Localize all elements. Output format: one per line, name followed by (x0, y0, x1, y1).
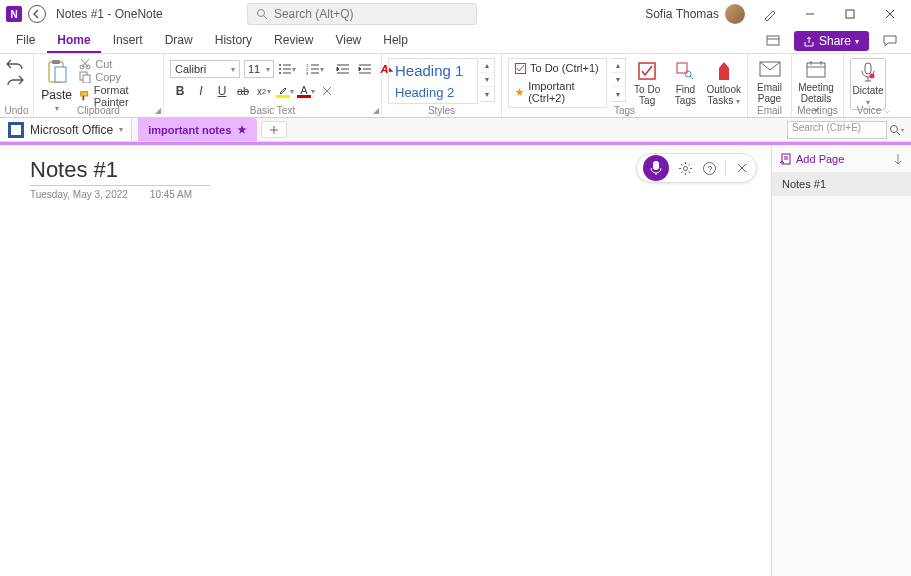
onenote-app-icon: N (6, 6, 22, 22)
basic-text-dialog-launcher[interactable]: ◢ (373, 106, 379, 115)
user-name: Sofia Thomas (645, 7, 719, 21)
highlight-button[interactable]: ▾ (275, 82, 295, 100)
global-search[interactable]: Search (Alt+Q) (247, 3, 477, 25)
share-label: Share (819, 34, 851, 48)
dictation-mic-button[interactable] (643, 155, 669, 181)
clipboard-dialog-launcher[interactable]: ◢ (155, 106, 161, 115)
section-tab[interactable]: important notes (138, 118, 257, 141)
dictate-label: Dictate (852, 85, 883, 96)
email-icon (759, 61, 781, 77)
bold-button[interactable]: B (170, 82, 190, 100)
svg-rect-23 (865, 63, 871, 74)
bullets-button[interactable]: ▾ (278, 63, 302, 75)
indent-button[interactable] (356, 60, 374, 78)
tab-history[interactable]: History (205, 29, 262, 53)
window-minimize[interactable] (795, 4, 825, 24)
font-color-button[interactable]: A▾ (296, 82, 316, 100)
redo-button[interactable] (6, 74, 24, 88)
window-title: Notes #1 - OneNote (56, 7, 163, 21)
account-control[interactable]: Sofia Thomas (645, 4, 745, 24)
dictation-help-button[interactable]: ? (701, 162, 717, 175)
window-maximize[interactable] (835, 4, 865, 24)
strikethrough-button[interactable]: ab (233, 82, 253, 100)
note-canvas[interactable]: Notes #1 Tuesday, May 3, 2022 10:45 AM ? (0, 145, 771, 576)
share-button[interactable]: Share ▾ (794, 31, 869, 51)
style-heading1[interactable]: Heading 1 (389, 59, 477, 82)
email-page-button[interactable]: Email Page (754, 56, 785, 104)
group-label-clipboard: Clipboard (34, 105, 163, 116)
email-page-label: Email Page (754, 82, 785, 104)
add-page-button[interactable]: Add Page (780, 153, 844, 165)
group-label-tags: Tags (502, 105, 747, 116)
font-size-select[interactable]: 11▾ (244, 60, 274, 78)
styles-expand[interactable]: ▾ (480, 87, 494, 101)
group-label-styles: Styles (382, 105, 501, 116)
cut-button[interactable]: Cut (79, 58, 157, 70)
checkbox-icon (515, 63, 526, 74)
tab-view[interactable]: View (325, 29, 371, 53)
dictation-close-button[interactable] (734, 163, 750, 173)
find-tags-button[interactable]: Find Tags (668, 58, 702, 106)
format-painter-icon (79, 90, 89, 102)
tab-draw[interactable]: Draw (155, 29, 203, 53)
section-search-button[interactable]: ▾ (887, 121, 905, 139)
numbering-button[interactable]: 123▾ (306, 63, 330, 75)
tab-home[interactable]: Home (47, 29, 100, 53)
tab-insert[interactable]: Insert (103, 29, 153, 53)
tags-expand[interactable]: ▾ (611, 87, 625, 101)
outdent-icon (336, 63, 350, 75)
styles-scroll-down[interactable]: ▾ (480, 73, 494, 87)
copy-label: Copy (95, 71, 121, 83)
clear-formatting-button[interactable] (317, 82, 337, 100)
tag-important[interactable]: Important (Ctrl+2) (509, 77, 606, 107)
page-list-item[interactable]: Notes #1 (772, 173, 911, 196)
ribbon-display-options[interactable] (758, 31, 788, 51)
draw-toggle-icon[interactable] (755, 4, 785, 24)
font-name-select[interactable]: Calibri▾ (170, 60, 240, 78)
ribbon-tabs: File Home Insert Draw History Review Vie… (0, 28, 911, 54)
copy-button[interactable]: Copy (79, 71, 157, 83)
font-size-value: 11 (248, 63, 260, 75)
gear-icon (679, 162, 692, 175)
tab-help[interactable]: Help (373, 29, 418, 53)
tags-scroll-up[interactable]: ▴ (611, 59, 625, 73)
styles-gallery[interactable]: Heading 1 Heading 2 (388, 58, 478, 104)
subscript-button[interactable]: x2▾ (254, 82, 274, 100)
copy-icon (79, 71, 91, 83)
styles-scroll-up[interactable]: ▴ (480, 59, 494, 73)
tags-gallery[interactable]: To Do (Ctrl+1) Important (Ctrl+2) (508, 58, 607, 108)
todo-tag-button[interactable]: To Do Tag (630, 58, 664, 106)
help-icon: ? (703, 162, 716, 175)
undo-button[interactable] (6, 58, 24, 72)
ribbon-collapse[interactable]: ⌵ (885, 106, 890, 115)
back-button[interactable] (28, 5, 46, 23)
style-heading2[interactable]: Heading 2 (389, 82, 477, 103)
page-title[interactable]: Notes #1 (30, 157, 118, 183)
section-search[interactable]: Search (Ctrl+E) (787, 121, 887, 139)
outdent-button[interactable] (334, 60, 352, 78)
search-icon (256, 8, 268, 20)
svg-rect-18 (639, 63, 655, 79)
group-label-undo: Undo (0, 105, 33, 116)
highlight-icon (278, 85, 288, 95)
tag-todo[interactable]: To Do (Ctrl+1) (509, 59, 606, 77)
comments-button[interactable] (875, 31, 905, 51)
notebook-icon (8, 122, 24, 138)
meeting-details-label: Meeting Details (798, 82, 834, 104)
svg-rect-1 (846, 10, 854, 18)
dictation-settings-button[interactable] (677, 162, 693, 175)
tags-scroll-down[interactable]: ▾ (611, 73, 625, 87)
page-sort-button[interactable] (893, 153, 903, 165)
add-section-button[interactable] (261, 121, 287, 138)
underline-button[interactable]: U (212, 82, 232, 100)
notebook-picker[interactable]: Microsoft Office ▾ (0, 118, 132, 141)
outlook-tasks-button[interactable]: Outlook Tasks ▾ (707, 58, 741, 107)
window-close[interactable] (875, 4, 905, 24)
italic-button[interactable]: I (191, 82, 211, 100)
tab-file[interactable]: File (6, 29, 45, 53)
outlook-tasks-icon (716, 61, 732, 81)
svg-rect-22 (807, 63, 825, 77)
tab-review[interactable]: Review (264, 29, 323, 53)
group-label-meetings: Meetings (792, 105, 843, 116)
dictate-button[interactable]: Dictate ▾ (850, 58, 886, 110)
